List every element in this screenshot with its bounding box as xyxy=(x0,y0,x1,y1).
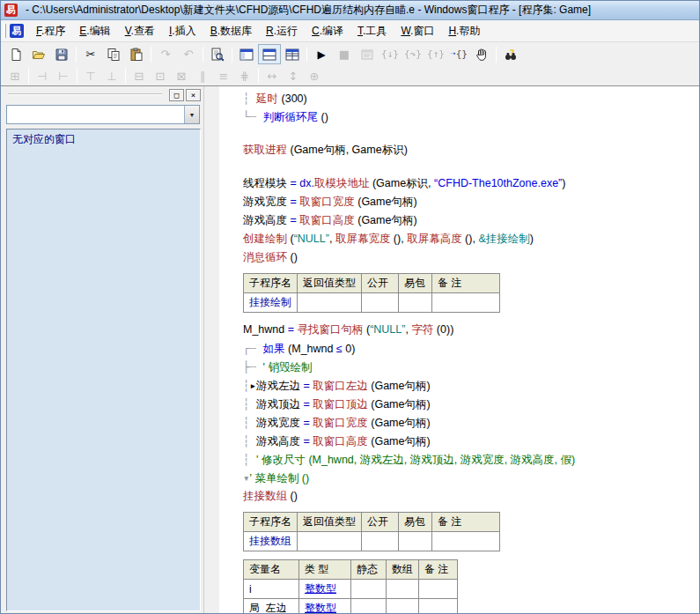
code-token: M_hwnd xyxy=(243,323,284,336)
tree-line: ┆▸ xyxy=(243,379,256,392)
code-editor[interactable]: ┆ 延时 (300)└┄ 判断循环尾 ()获取进程 (Game句柄, Game标… xyxy=(219,86,699,613)
pause-hand-icon[interactable] xyxy=(470,44,493,64)
toolbar-grip[interactable] xyxy=(4,24,6,38)
table-cell[interactable] xyxy=(419,580,458,599)
toolbar-separator xyxy=(306,47,307,63)
table-cell[interactable]: i xyxy=(244,580,299,599)
code-line[interactable]: 线程模块 = dx.取模块地址 (Game标识, “CFHD-The10thZo… xyxy=(243,174,699,193)
menu-item-program[interactable]: F.程序 xyxy=(30,21,71,41)
code-line[interactable]: 游戏宽度 = 取窗口宽度 (Game句柄) xyxy=(243,193,699,211)
code-line[interactable]: 游戏高度 = 取窗口高度 (Game句柄) xyxy=(243,211,699,230)
menu-item-help[interactable]: H.帮助 xyxy=(442,21,486,41)
code-line[interactable]: └┄ 判断循环尾 () xyxy=(243,107,699,126)
table-header-cell: 易包 xyxy=(399,513,432,532)
table-cell[interactable] xyxy=(432,532,500,551)
tree-line: ┆ xyxy=(243,434,256,448)
menu-item-window[interactable]: W.窗口 xyxy=(394,21,440,41)
table-cell[interactable] xyxy=(399,293,432,313)
code-line[interactable]: ├┄ ' 销毁绘制 xyxy=(243,358,699,376)
tree-line: ├┄ xyxy=(243,360,263,374)
table-cell[interactable]: 挂接绘制 xyxy=(244,293,298,313)
help-find-icon[interactable]: ? xyxy=(499,44,522,64)
open-file-icon[interactable] xyxy=(27,44,50,64)
code-blank-line[interactable] xyxy=(243,159,699,174)
table-cell[interactable] xyxy=(362,293,399,313)
table-cell[interactable] xyxy=(351,599,387,614)
layout-left-icon[interactable] xyxy=(235,44,258,64)
code-token: ' 修改尺寸 (M_hwnd, 游戏左边, 游戏顶边, 游戏宽度, 游戏高度, … xyxy=(256,454,575,466)
code-line[interactable]: ┆ 延时 (300) xyxy=(243,89,699,107)
code-line[interactable]: 创建绘制 (“NULL”, 取屏幕宽度 (), 取屏幕高度 (), &挂接绘制) xyxy=(243,230,699,248)
cut-icon[interactable]: ✂ xyxy=(79,44,102,64)
code-line[interactable]: 消息循环 () xyxy=(243,248,699,267)
layout-grid-icon[interactable] xyxy=(281,44,304,64)
table-header-cell: 返回值类型 xyxy=(298,513,362,532)
align-bottom-icon: ⊥ xyxy=(101,67,122,85)
code-token: 消息循环 xyxy=(243,251,287,263)
code-line[interactable]: M_hwnd = 寻找窗口句柄 (“NULL”, 字符 (0)) xyxy=(243,321,699,339)
table-header-cell: 备 注 xyxy=(432,274,500,293)
run-icon[interactable]: ▶ xyxy=(310,44,333,64)
combobox-value[interactable] xyxy=(7,106,184,123)
table-cell[interactable] xyxy=(362,532,399,551)
table-cell[interactable] xyxy=(387,580,419,599)
window-filter-combobox[interactable]: ▼ xyxy=(6,105,200,124)
menu-item-run[interactable]: R.运行 xyxy=(260,21,304,41)
table-cell[interactable] xyxy=(298,532,362,551)
close-icon[interactable]: × xyxy=(186,89,201,101)
table-row: i整数型 xyxy=(244,580,458,599)
table-cell[interactable] xyxy=(419,599,458,614)
save-file-icon[interactable] xyxy=(50,44,73,64)
table-cell[interactable]: 挂接数组 xyxy=(244,532,298,551)
code-token: = xyxy=(287,196,299,208)
code-line[interactable]: ┆▸游戏左边 = 取窗口左边 (Game句柄) xyxy=(243,376,699,395)
code-line[interactable]: ┆ ' 修改尺寸 (M_hwnd, 游戏左边, 游戏顶边, 游戏宽度, 游戏高度… xyxy=(243,450,699,469)
code-line[interactable]: ┆ 游戏高度 = 取窗口高度 (Game句柄) xyxy=(243,432,699,450)
menu-item-view[interactable]: V.查看 xyxy=(119,21,161,41)
restore-icon[interactable]: □ xyxy=(169,89,184,101)
table-cell[interactable] xyxy=(399,532,432,551)
table-row: 局_左边整数型 xyxy=(244,599,458,614)
code-line[interactable]: 获取进程 (Game句柄, Game标识) xyxy=(243,141,699,159)
code-token: ≤ xyxy=(336,343,343,355)
code-line[interactable]: ┆ 游戏顶边 = 取窗口顶边 (Game句柄) xyxy=(243,395,699,413)
menu-item-insert[interactable]: I.插入 xyxy=(163,21,203,41)
document-icon: 易 xyxy=(10,24,24,38)
code-token: 寻找窗口句柄 xyxy=(298,323,364,336)
center-vertical-icon: ⊡ xyxy=(150,67,171,85)
panel-drag-handle[interactable] xyxy=(8,93,162,95)
code-line[interactable]: ┆ 游戏宽度 = 取窗口宽度 (Game句柄) xyxy=(243,413,699,432)
table-cell[interactable] xyxy=(387,599,419,614)
layout-top-icon[interactable] xyxy=(258,44,281,64)
title-bar[interactable]: 易 - C:\Users\Administrator\Desktop\新建文件夹… xyxy=(1,1,699,20)
find-in-code-icon[interactable] xyxy=(206,44,229,64)
code-line[interactable]: ┌┄ 如果 (M_hwnd ≤ 0) xyxy=(243,339,699,358)
new-file-icon[interactable] xyxy=(4,44,27,64)
same-width-icon: ≡ xyxy=(213,67,234,85)
table-cell[interactable]: 局_左边 xyxy=(244,599,299,614)
tree-line: ┆ xyxy=(243,397,256,411)
toolbar-separator xyxy=(125,68,126,84)
code-blank-line[interactable] xyxy=(243,126,699,141)
type-link-cell[interactable]: 整数型 xyxy=(299,599,351,614)
window-listbox[interactable]: 无对应的窗口 xyxy=(6,129,201,611)
table-cell[interactable] xyxy=(432,293,500,313)
menu-item-compile[interactable]: C.编译 xyxy=(306,21,350,41)
menu-item-database[interactable]: B.数据库 xyxy=(204,21,258,41)
code-line[interactable]: 挂接数组 () xyxy=(243,487,699,506)
code-token: (M_hwnd xyxy=(285,343,336,355)
table-cell[interactable] xyxy=(351,580,387,599)
code-line[interactable]: ▾' 菜单绘制 () xyxy=(243,469,699,487)
run-to-cursor-icon[interactable]: ➝{} xyxy=(447,44,470,64)
space-across-icon: ⊠ xyxy=(171,67,192,85)
chevron-down-icon[interactable]: ▼ xyxy=(184,106,199,123)
list-item[interactable]: 无对应的窗口 xyxy=(11,131,196,148)
code-token: 取窗口高度 xyxy=(299,214,355,226)
menu-item-tools[interactable]: T.工具 xyxy=(351,21,393,41)
step-out-icon: {↑} xyxy=(424,44,447,64)
copy-icon[interactable] xyxy=(102,44,125,64)
menu-item-edit[interactable]: E.编辑 xyxy=(73,21,116,41)
table-cell[interactable] xyxy=(298,293,362,313)
paste-icon[interactable] xyxy=(125,44,148,64)
type-link-cell[interactable]: 整数型 xyxy=(299,580,351,599)
